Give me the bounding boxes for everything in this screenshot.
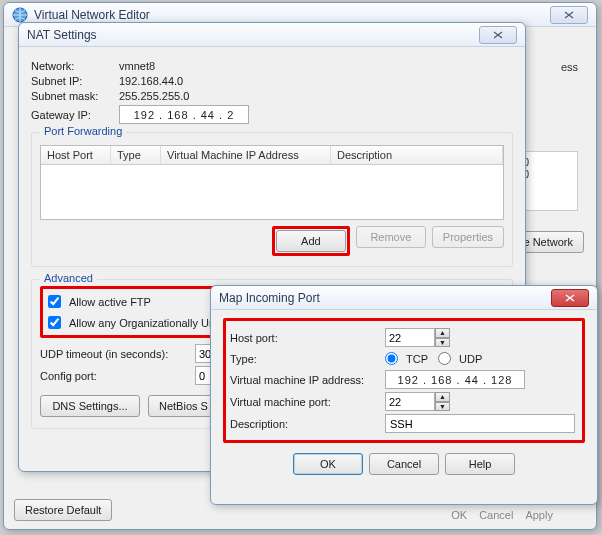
udp-timeout-label: UDP timeout (in seconds): xyxy=(40,348,195,360)
host-port-input[interactable] xyxy=(385,328,435,347)
tcp-radio[interactable] xyxy=(385,352,398,365)
port-forwarding-group: Port Forwarding Host Port Type Virtual M… xyxy=(31,132,513,267)
subnet-ip-label: Subnet IP: xyxy=(31,75,119,87)
spin-up-icon[interactable]: ▲ xyxy=(435,328,450,338)
close-icon xyxy=(563,10,575,20)
partial-list: 0 0 xyxy=(518,151,578,211)
gateway-ip-input[interactable]: 192 . 168 . 44 . 2 xyxy=(119,105,249,124)
type-label: Type: xyxy=(230,353,385,365)
vne-title: Virtual Network Editor xyxy=(34,8,550,22)
partial-text-ess: ess xyxy=(561,61,578,73)
vm-ip-label: Virtual machine IP address: xyxy=(230,374,385,386)
restore-default-button[interactable]: Restore Default xyxy=(14,499,112,521)
vne-help-bg xyxy=(565,509,568,521)
map-close-button[interactable] xyxy=(551,289,589,307)
netbios-settings-button[interactable]: NetBios S xyxy=(148,395,219,417)
port-forwarding-table[interactable]: Host Port Type Virtual Machine IP Addres… xyxy=(40,145,504,220)
pf-button-row: Add Remove Properties xyxy=(40,226,504,256)
network-value: vmnet8 xyxy=(119,60,155,72)
network-label: Network: xyxy=(31,60,119,72)
spin-up-icon[interactable]: ▲ xyxy=(435,392,450,402)
vm-ip-input[interactable]: 192 . 168 . 44 . 128 xyxy=(385,370,525,389)
host-port-label: Host port: xyxy=(230,332,385,344)
map-title: Map Incoming Port xyxy=(219,291,551,305)
udp-text: UDP xyxy=(459,353,482,365)
vm-port-input[interactable] xyxy=(385,392,435,411)
allow-oui-checkbox[interactable] xyxy=(48,316,61,329)
map-button-row: OK Cancel Help xyxy=(223,453,585,475)
globe-icon xyxy=(12,7,28,23)
allow-oui-label: Allow any Organizationally Un xyxy=(69,317,215,329)
map-cancel-button[interactable]: Cancel xyxy=(369,453,439,475)
spin-down-icon[interactable]: ▼ xyxy=(435,402,450,412)
vne-bottom-buttons: OK Cancel Apply xyxy=(451,509,568,521)
vne-close-button[interactable] xyxy=(550,6,588,24)
map-fields-highlight: Host port: ▲▼ Type: TCP UDP Virtual mach… xyxy=(223,318,585,443)
vne-cancel-bg: Cancel xyxy=(479,509,513,521)
pf-table-header: Host Port Type Virtual Machine IP Addres… xyxy=(41,146,503,165)
vne-ok-bg: OK xyxy=(451,509,467,521)
map-titlebar: Map Incoming Port xyxy=(211,286,597,310)
th-vmip[interactable]: Virtual Machine IP Address xyxy=(161,146,331,164)
th-description[interactable]: Description xyxy=(331,146,503,164)
spin-down-icon[interactable]: ▼ xyxy=(435,338,450,348)
vm-port-label: Virtual machine port: xyxy=(230,396,385,408)
th-type[interactable]: Type xyxy=(111,146,161,164)
port-forwarding-legend: Port Forwarding xyxy=(40,125,126,137)
close-icon xyxy=(564,293,576,303)
map-help-button[interactable]: Help xyxy=(445,453,515,475)
add-highlight: Add xyxy=(272,226,350,256)
udp-radio[interactable] xyxy=(438,352,451,365)
udp-radio-label[interactable]: UDP xyxy=(438,352,482,365)
tcp-text: TCP xyxy=(406,353,428,365)
subnet-ip-value: 192.168.44.0 xyxy=(119,75,183,87)
allow-active-ftp-checkbox[interactable] xyxy=(48,295,61,308)
vne-apply-bg: Apply xyxy=(525,509,553,521)
map-ok-button[interactable]: OK xyxy=(293,453,363,475)
dns-settings-button[interactable]: DNS Settings... xyxy=(40,395,140,417)
th-host-port[interactable]: Host Port xyxy=(41,146,111,164)
nat-titlebar: NAT Settings xyxy=(19,23,525,47)
partial-zero-2: 0 xyxy=(523,168,573,180)
tcp-radio-label[interactable]: TCP xyxy=(385,352,428,365)
remove-button: Remove xyxy=(356,226,426,248)
nat-close-button[interactable] xyxy=(479,26,517,44)
allow-active-ftp-label: Allow active FTP xyxy=(69,296,151,308)
host-port-spinner[interactable]: ▲▼ xyxy=(385,328,450,347)
close-icon xyxy=(492,30,504,40)
gateway-ip-label: Gateway IP: xyxy=(31,109,119,121)
config-port-label: Config port: xyxy=(40,370,195,382)
subnet-mask-label: Subnet mask: xyxy=(31,90,119,102)
properties-button: Properties xyxy=(432,226,504,248)
add-button[interactable]: Add xyxy=(276,230,346,252)
advanced-checks-highlight: Allow active FTP Allow any Organizationa… xyxy=(40,286,219,338)
map-body: Host port: ▲▼ Type: TCP UDP Virtual mach… xyxy=(211,310,597,483)
nat-title: NAT Settings xyxy=(27,28,479,42)
description-label: Description: xyxy=(230,418,385,430)
subnet-mask-value: 255.255.255.0 xyxy=(119,90,189,102)
vm-port-spinner[interactable]: ▲▼ xyxy=(385,392,450,411)
description-input[interactable] xyxy=(385,414,575,433)
map-incoming-port-dialog: Map Incoming Port Host port: ▲▼ Type: TC… xyxy=(210,285,598,505)
advanced-legend: Advanced xyxy=(40,272,97,284)
partial-zero-1: 0 xyxy=(523,156,573,168)
